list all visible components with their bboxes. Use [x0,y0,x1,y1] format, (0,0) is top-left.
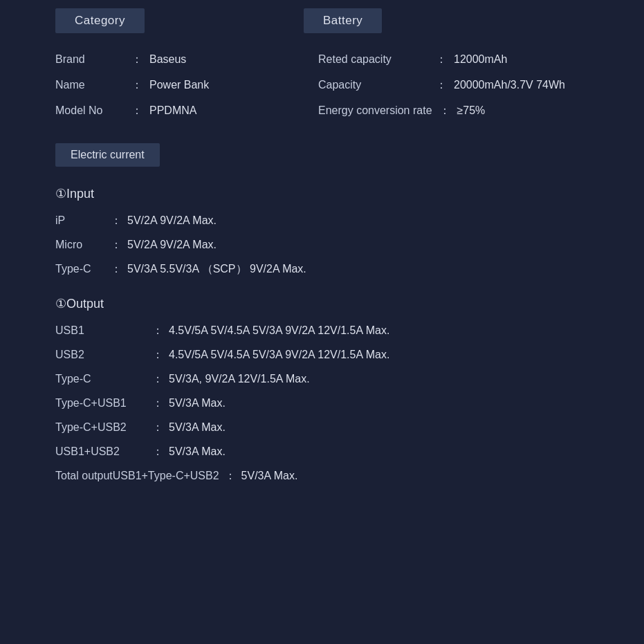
model-value: PPDMNA [149,104,196,117]
typec-output-colon: ： [152,372,163,387]
energy-item: Energy conversion rate ： ≥75% [318,104,589,118]
header-row: Category Battery [55,8,589,33]
brand-label: Brand [55,53,125,66]
typec-input-item: Type-C ： 5V/3A 5.5V/3A （SCP） 9V/2A Max. [55,262,589,277]
typec-usb2-colon: ： [152,421,163,435]
typec-usb1-item: Type-C+USB1 ： 5V/3A Max. [55,396,589,411]
micro-item: Micro ： 5V/2A 9V/2A Max. [55,238,589,252]
category-badge: Category [55,8,145,33]
brand-value: Baseus [149,53,186,66]
name-colon: ： [131,78,142,93]
typec-output-value: 5V/3A, 9V/2A 12V/1.5A Max. [169,373,310,385]
usb1-usb2-item: USB1+USB2 ： 5V/3A Max. [55,445,589,459]
name-value: Power Bank [149,79,209,91]
brand-item: Brand ： Baseus [55,53,318,67]
ip-label: iP [55,214,111,227]
usb1-item: USB1 ： 4.5V/5A 5V/4.5A 5V/3A 9V/2A 12V/1… [55,324,589,338]
model-item: Model No ： PPDMNA [55,104,318,118]
model-colon: ： [131,104,142,118]
rated-value: 12000mAh [454,53,507,66]
input-section: ①Input iP ： 5V/2A 9V/2A Max. Micro ： 5V/… [55,186,589,277]
specs-left: Brand ： Baseus Name ： Power Bank Model N… [55,53,318,129]
usb1-usb2-colon: ： [152,445,163,459]
specs-row: Brand ： Baseus Name ： Power Bank Model N… [55,53,589,129]
typec-input-label: Type-C [55,263,111,275]
typec-usb1-colon: ： [152,396,163,411]
input-title: ①Input [55,186,589,201]
output-title: ①Output [55,296,589,311]
capacity-label: Capacity [318,79,429,91]
usb2-item: USB2 ： 4.5V/5A 5V/4.5A 5V/3A 9V/2A 12V/1… [55,348,589,362]
input-title-text: ①Input [55,187,94,201]
total-value: 5V/3A Max. [241,470,298,482]
brand-colon: ： [131,53,142,67]
usb1-label: USB1 [55,324,152,337]
usb1-colon: ： [152,324,163,338]
ip-colon: ： [111,214,122,228]
usb2-label: USB2 [55,349,152,361]
electric-current-section: Electric current ①Input iP ： 5V/2A 9V/2A… [55,136,589,484]
typec-input-colon: ： [111,262,122,277]
capacity-item: Capacity ： 20000mAh/3.7V 74Wh [318,78,589,93]
typec-usb1-value: 5V/3A Max. [169,397,226,410]
rated-capacity-item: Reted capacity ： 12000mAh [318,53,589,67]
usb2-value: 4.5V/5A 5V/4.5A 5V/3A 9V/2A 12V/1.5A Max… [169,349,389,361]
capacity-value: 20000mAh/3.7V 74Wh [454,79,565,91]
name-label: Name [55,79,125,91]
output-title-text: ①Output [55,297,104,311]
rated-label: Reted capacity [318,53,429,66]
energy-colon: ： [439,104,450,118]
energy-value: ≥75% [457,104,486,117]
total-output-item: Total outputUSB1+Type-C+USB2 ： 5V/3A Max… [55,469,589,484]
micro-value: 5V/2A 9V/2A Max. [127,239,217,251]
typec-usb2-item: Type-C+USB2 ： 5V/3A Max. [55,421,589,435]
energy-label: Energy conversion rate [318,104,432,117]
micro-label: Micro [55,239,111,251]
typec-output-label: Type-C [55,373,152,385]
capacity-colon: ： [436,78,447,93]
usb1-usb2-value: 5V/3A Max. [169,445,226,458]
electric-current-badge: Electric current [55,143,160,167]
typec-usb2-label: Type-C+USB2 [55,421,152,434]
ip-value: 5V/2A 9V/2A Max. [127,214,217,227]
total-label: Total outputUSB1+Type-C+USB2 [55,470,219,482]
total-colon: ： [225,469,236,484]
typec-usb2-value: 5V/3A Max. [169,421,226,434]
page-container: Category Battery Brand ： Baseus Name ： P… [0,0,644,644]
typec-output-item: Type-C ： 5V/3A, 9V/2A 12V/1.5A Max. [55,372,589,387]
usb1-usb2-label: USB1+USB2 [55,445,152,458]
micro-colon: ： [111,238,122,252]
typec-usb1-label: Type-C+USB1 [55,397,152,410]
rated-colon: ： [436,53,447,67]
usb1-value: 4.5V/5A 5V/4.5A 5V/3A 9V/2A 12V/1.5A Max… [169,324,389,337]
usb2-colon: ： [152,348,163,362]
ip-item: iP ： 5V/2A 9V/2A Max. [55,214,589,228]
typec-input-value: 5V/3A 5.5V/3A （SCP） 9V/2A Max. [127,262,306,277]
model-label: Model No [55,104,125,117]
specs-right: Reted capacity ： 12000mAh Capacity ： 200… [318,53,589,129]
battery-badge: Battery [304,8,382,33]
name-item: Name ： Power Bank [55,78,318,93]
output-section: ①Output USB1 ： 4.5V/5A 5V/4.5A 5V/3A 9V/… [55,296,589,484]
